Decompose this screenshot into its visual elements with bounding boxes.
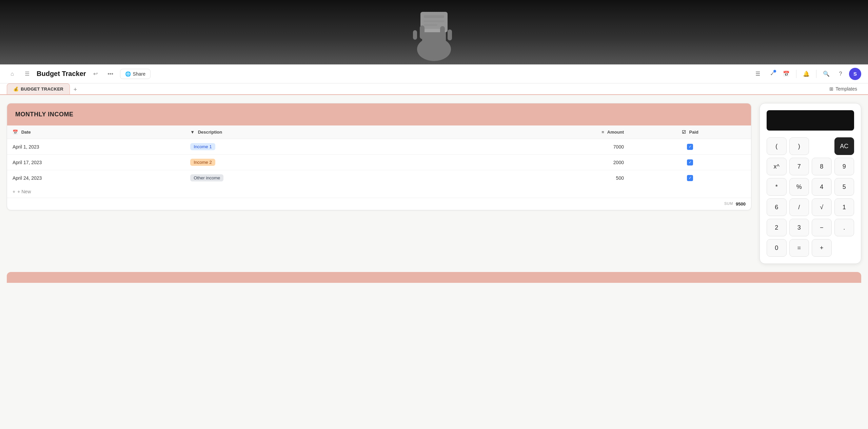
paid-icon: ☑ bbox=[682, 130, 686, 135]
calendar-icon: 📅 bbox=[783, 71, 790, 77]
calc-9[interactable]: 9 bbox=[834, 158, 854, 175]
amount-icon: ≡ bbox=[601, 130, 604, 135]
avatar-button[interactable]: S bbox=[849, 68, 861, 80]
calc-5[interactable]: 5 bbox=[834, 178, 854, 196]
table-row: April 17, 2023 Income 2 2000 ✓ bbox=[7, 155, 751, 170]
calc-percent[interactable]: % bbox=[789, 178, 809, 196]
svg-rect-8 bbox=[448, 30, 452, 40]
add-row-button[interactable]: + + New bbox=[7, 186, 36, 198]
menu-button[interactable]: ☰ bbox=[22, 69, 33, 79]
clipboard-button[interactable]: ☰ bbox=[752, 68, 764, 80]
section-title: MONTHLY INCOME bbox=[15, 111, 74, 118]
search-button[interactable]: 🔍 bbox=[821, 68, 832, 80]
row-desc[interactable]: Income 1 bbox=[185, 139, 482, 155]
svg-rect-5 bbox=[424, 24, 437, 26]
row-date: April 17, 2023 bbox=[7, 155, 185, 170]
calc-6[interactable]: 6 bbox=[767, 198, 787, 216]
bell-button[interactable]: 🔔 bbox=[801, 68, 812, 80]
templates-button[interactable]: ⊞ Templates bbox=[825, 84, 861, 94]
row-desc[interactable]: Income 2 bbox=[185, 155, 482, 170]
calc-open-paren[interactable]: ( bbox=[767, 137, 787, 155]
desc-icon: ▼ bbox=[190, 130, 195, 135]
help-button[interactable]: ? bbox=[835, 68, 846, 80]
calc-display bbox=[767, 110, 854, 131]
nav-divider bbox=[796, 70, 796, 78]
calc-7[interactable]: 7 bbox=[789, 158, 809, 175]
desc-tag[interactable]: Other income bbox=[190, 174, 223, 181]
sum-value: 9500 bbox=[736, 201, 746, 207]
calc-0[interactable]: 0 bbox=[767, 239, 787, 257]
svg-rect-9 bbox=[413, 30, 417, 40]
calc-clear[interactable]: AC bbox=[834, 137, 854, 155]
hero-image bbox=[383, 2, 485, 63]
calc-4[interactable]: 4 bbox=[812, 178, 832, 196]
row-paid[interactable]: ✓ bbox=[629, 139, 751, 155]
calc-power[interactable]: x^ bbox=[767, 158, 787, 175]
calc-1[interactable]: 1 bbox=[834, 198, 854, 216]
calc-2[interactable]: 2 bbox=[767, 219, 787, 236]
table-row: April 24, 2023 Other income 500 ✓ bbox=[7, 170, 751, 186]
svg-rect-6 bbox=[420, 25, 425, 39]
calc-spacer bbox=[812, 137, 832, 155]
col-paid[interactable]: ☑ Paid bbox=[629, 125, 751, 139]
add-row-icon: + bbox=[13, 189, 15, 194]
table-body: April 1, 2023 Income 1 7000 ✓ April 17, … bbox=[7, 139, 751, 186]
calc-close-paren[interactable]: ) bbox=[789, 137, 809, 155]
nav-right: ☰ ✓ 📅 🔔 🔍 ? S bbox=[752, 68, 861, 80]
income-table: 📅 Date ▼ Description ≡ Amount ☑ Paid bbox=[7, 125, 751, 186]
search-icon: 🔍 bbox=[823, 71, 830, 77]
calc-buttons: ( ) AC x^ 7 8 9 * % 4 5 6 / √ 1 2 3 − . … bbox=[767, 137, 854, 257]
calendar-button[interactable]: 📅 bbox=[781, 68, 792, 80]
calc-sqrt[interactable]: √ bbox=[812, 198, 832, 216]
table-header: 📅 Date ▼ Description ≡ Amount ☑ Paid bbox=[7, 125, 751, 139]
bell-icon: 🔔 bbox=[803, 71, 810, 77]
calc-8[interactable]: 8 bbox=[812, 158, 832, 175]
share-icon: 🌐 bbox=[125, 71, 131, 77]
table-row: April 1, 2023 Income 1 7000 ✓ bbox=[7, 139, 751, 155]
calc-3[interactable]: 3 bbox=[789, 219, 809, 236]
checked-icon: ✓ bbox=[687, 159, 693, 165]
calc-decimal[interactable]: . bbox=[834, 219, 854, 236]
row-paid[interactable]: ✓ bbox=[629, 155, 751, 170]
col-amount[interactable]: ≡ Amount bbox=[482, 125, 629, 139]
svg-rect-7 bbox=[440, 26, 445, 39]
more-button[interactable]: ••• bbox=[105, 69, 116, 79]
row-paid[interactable]: ✓ bbox=[629, 170, 751, 186]
hero-banner bbox=[0, 0, 868, 64]
row-desc[interactable]: Other income bbox=[185, 170, 482, 186]
undo-button[interactable]: ↩ bbox=[90, 69, 101, 79]
help-icon: ? bbox=[839, 71, 842, 77]
col-date[interactable]: 📅 Date bbox=[7, 125, 185, 139]
add-tab-button[interactable]: + bbox=[71, 85, 80, 94]
home-button[interactable]: ⌂ bbox=[7, 69, 18, 79]
tasks-button[interactable]: ✓ bbox=[766, 68, 778, 80]
row-date: April 1, 2023 bbox=[7, 139, 185, 155]
top-nav: ⌂ ☰ Budget Tracker ↩ ••• 🌐 Share ☰ ✓ 📅 🔔… bbox=[0, 64, 868, 83]
sum-label: SUM bbox=[724, 201, 733, 207]
svg-rect-3 bbox=[424, 15, 444, 18]
tab-emoji: 💰 bbox=[13, 86, 19, 92]
desc-tag[interactable]: Income 2 bbox=[190, 159, 215, 166]
calc-equals[interactable]: = bbox=[789, 239, 809, 257]
tasks-badge bbox=[773, 70, 776, 73]
add-tab-icon: + bbox=[74, 86, 77, 93]
tab-budget-tracker[interactable]: 💰 BUDGET TRACKER bbox=[7, 83, 70, 94]
row-date: April 24, 2023 bbox=[7, 170, 185, 186]
svg-rect-4 bbox=[424, 20, 444, 22]
row-amount: 2000 bbox=[482, 155, 629, 170]
calc-subtract[interactable]: − bbox=[812, 219, 832, 236]
col-description[interactable]: ▼ Description bbox=[185, 125, 482, 139]
checked-icon: ✓ bbox=[687, 175, 693, 181]
share-button[interactable]: 🌐 Share bbox=[120, 69, 151, 79]
calc-divide[interactable]: / bbox=[789, 198, 809, 216]
tab-label: BUDGET TRACKER bbox=[21, 86, 63, 92]
tab-bar: 💰 BUDGET TRACKER + ⊞ Templates bbox=[0, 83, 868, 95]
clipboard-icon: ☰ bbox=[755, 71, 760, 77]
calc-multiply[interactable]: * bbox=[767, 178, 787, 196]
checked-icon: ✓ bbox=[687, 144, 693, 150]
templates-label: Templates bbox=[835, 86, 857, 92]
main-content: MONTHLY INCOME 📅 Date ▼ Description ≡ Am… bbox=[0, 95, 868, 272]
calc-add[interactable]: + bbox=[812, 239, 832, 257]
tabs-container: 💰 BUDGET TRACKER + bbox=[7, 83, 80, 94]
desc-tag[interactable]: Income 1 bbox=[190, 143, 215, 150]
